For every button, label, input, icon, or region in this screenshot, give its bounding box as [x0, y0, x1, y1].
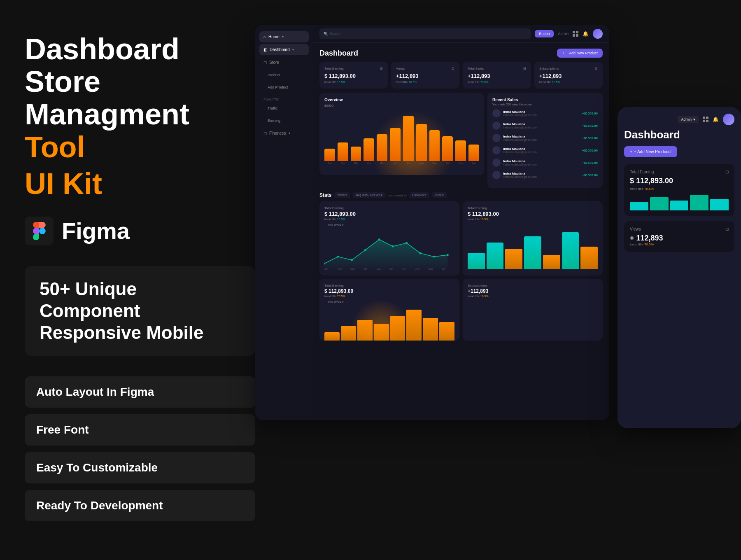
dashboard-icon: ◧: [263, 47, 267, 52]
sidebar-item-traffic[interactable]: Traffic: [259, 103, 309, 114]
earning-label: Earning: [268, 119, 280, 123]
figma-badge: Figma: [25, 217, 255, 245]
bar2-value: $ 112,893.00: [468, 211, 598, 217]
bottom-week-filter[interactable]: This Week ▾: [324, 299, 347, 305]
bottom-earn-value: $ 112,893.00: [324, 288, 454, 294]
svg-text:Apr: Apr: [364, 268, 367, 270]
mob-bar-3: [670, 201, 689, 210]
sidebar-item-product[interactable]: Product: [259, 70, 309, 80]
dashboard-header: 🔍 Search Button Admin 🔔: [313, 25, 609, 43]
line-chart-trend: trend title 10.5%: [324, 218, 454, 221]
stat-icon-2: ⊡: [523, 67, 526, 70]
b2-4: [524, 236, 541, 269]
stat-card-views: Views ⊡ +112,893 trend title 70.5%: [391, 62, 459, 89]
stat-trend-0: trend title 10.5%: [324, 81, 383, 84]
sidebar-item-finances[interactable]: ◻ Finances ▾: [259, 128, 309, 139]
stat-label-1: Views ⊡: [396, 67, 454, 70]
sidebar-item-store[interactable]: ◻ Store: [259, 57, 309, 68]
bar-dec: Dec: [468, 145, 479, 164]
filter-year[interactable]: 2024 ▾: [432, 192, 447, 198]
bb-5: [390, 316, 405, 341]
add-product-button[interactable]: + + Add New Product: [557, 49, 603, 58]
bar-apr: Apr: [364, 138, 374, 164]
bottom-earn-label: Total Earning: [324, 284, 454, 287]
feature-free-font: Free Font: [25, 414, 255, 446]
week-filter[interactable]: This Week ▾: [324, 222, 347, 228]
home-label: Home: [268, 35, 280, 39]
feature-list: Auto Layout In Figma Free Font Easy To C…: [25, 376, 255, 521]
bar-nov-bar: [455, 140, 466, 161]
stat-icon-3: ⊡: [595, 67, 598, 70]
mob-admin-label: Admin: [681, 117, 692, 121]
svg-text:Jan: Jan: [324, 268, 328, 270]
bar-aug: Aug: [416, 124, 427, 164]
overview-bar-chart: Jan Feb Mar: [324, 111, 479, 164]
bb-3: [357, 320, 373, 341]
bar-feb-bar: [338, 142, 348, 161]
right-section: ⌂ Home ▾ ◧ Dashboard ▾ ◻ Store Product A…: [247, 25, 741, 552]
mob-add-btn[interactable]: + + Add New Prodocut: [624, 146, 677, 157]
bottom-bars: [324, 308, 454, 341]
grid-icon: [573, 31, 578, 37]
bar-jun-bar: [390, 128, 401, 161]
bar-may: May: [377, 134, 387, 164]
bar-aug-bar: [416, 124, 427, 161]
main-title: Dashboard Store Managment Tool: [25, 33, 255, 163]
filter-date[interactable]: Aug 09th - Dec 4th ▾: [353, 192, 386, 198]
b2-5: [543, 255, 560, 269]
user-avatar: [593, 29, 603, 39]
bar-jan-bar: [324, 149, 335, 161]
rs-avatar-5: [492, 171, 501, 179]
search-bar[interactable]: 🔍 Search: [319, 28, 531, 39]
sidebar-item-earning[interactable]: Earning: [259, 115, 309, 126]
mob-page-title: Dashboard: [618, 128, 741, 146]
rs-item-1: Indra Maulana Indramaulana@gmail.com +$1…: [492, 121, 598, 130]
overview-title: Overview: [324, 98, 479, 102]
mob-admin-badge: Admin ▾: [678, 116, 699, 123]
rs-item-5: Indra Maulana Indramaulana@gmail.com +$1…: [492, 171, 598, 179]
mob-views-value: + 112,893: [630, 234, 729, 243]
feature-ready-dev: Ready To Development: [25, 490, 255, 521]
header-button[interactable]: Button: [535, 30, 554, 37]
rs-item-0: Indra Maulana Indramaulana@gmail.com +$1…: [492, 109, 598, 117]
mob-views-trend: trend title 70.5%: [630, 243, 729, 246]
mob-bar-5: [710, 199, 729, 210]
store-icon: ◻: [263, 60, 267, 65]
title-line1: Dashboard Store: [25, 33, 179, 98]
mob-stat-card-earning: Total Earning ⊡ $ 112,893.00 trend title…: [624, 164, 734, 216]
unique-component-box: 50+ Unique Component Responsive Mobile: [25, 266, 255, 356]
filter-previous[interactable]: Previous ▾: [409, 192, 429, 198]
b2-3: [505, 249, 522, 269]
dashboard-main-window: ⌂ Home ▾ ◧ Dashboard ▾ ◻ Store Product A…: [255, 25, 609, 420]
analytic-section: Analytic: [259, 94, 309, 103]
mob-views-icon: ⊡: [725, 227, 729, 231]
product-label: Product: [268, 73, 280, 77]
svg-point-3: [364, 249, 366, 251]
sidebar-item-dashboard[interactable]: ◧ Dashboard ▾: [259, 44, 309, 55]
bar-jun: Jun: [390, 128, 401, 164]
mob-header: Admin ▾ 🔔: [618, 107, 741, 128]
bottom-sub-value: +112,893: [468, 288, 598, 294]
filter-years[interactable]: Years ▾: [334, 192, 350, 198]
b2-6: [562, 232, 579, 269]
stat-card-sales: Total Sales ⊡ +112,893 trend title 70.5%: [463, 62, 531, 89]
svg-text:May: May: [376, 268, 381, 270]
bar2-label: Total Earning: [468, 206, 598, 210]
bottom-stats: Total Earning $ 112,893.00 trend title 7…: [313, 279, 609, 345]
mob-views-card: Views ⊡ + 112,893 trend title 70.5%: [624, 221, 734, 252]
dashboard-content: 🔍 Search Button Admin 🔔 Dashboard +: [313, 25, 609, 420]
overview-chart: Overview $6000 Jan Feb: [319, 93, 484, 175]
recent-sales-subtitle: You made 350 sales this mount: [492, 103, 598, 106]
stat-label-3: Subscriptions ⊡: [539, 67, 598, 70]
rs-avatar-4: [492, 159, 501, 167]
mob-earn-icon: ⊡: [725, 170, 729, 174]
dashboard-sidebar: ⌂ Home ▾ ◧ Dashboard ▾ ◻ Store Product A…: [255, 25, 313, 420]
mob-bar-4: [690, 195, 708, 210]
svg-point-6: [405, 242, 408, 244]
sidebar-item-home[interactable]: ⌂ Home ▾: [259, 31, 309, 42]
stat-icon-1: ⊡: [452, 67, 454, 70]
sidebar-item-add-product[interactable]: Add Product: [259, 82, 309, 93]
stat-trend-2: trend title 70.5%: [468, 81, 526, 84]
mob-earn-value: $ 112,893.00: [630, 177, 729, 185]
stats-title: Stats: [319, 192, 331, 198]
